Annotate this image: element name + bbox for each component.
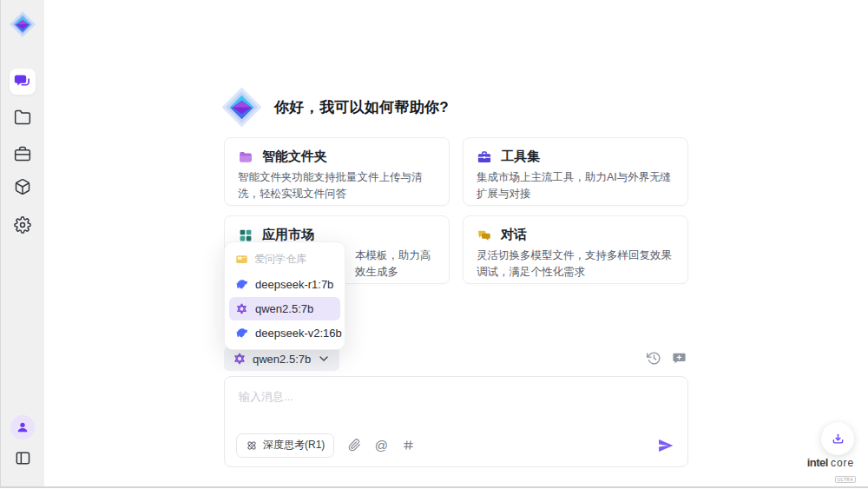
app-market-grid-icon [238, 228, 253, 243]
ultra-badge: ultra [835, 476, 857, 483]
gear-icon [14, 216, 31, 234]
panel-toggle-icon [14, 449, 31, 466]
window-bottom-edge [0, 486, 868, 488]
paperclip-icon [348, 438, 361, 453]
intel-logo: intel core ultra [804, 456, 858, 485]
model-option-label: deepseek-v2:16b [255, 327, 342, 340]
sidebar-item-models[interactable] [10, 174, 36, 200]
model-selector-row: qwen2.5:7b [224, 347, 688, 371]
sidebar-item-settings[interactable] [10, 212, 36, 238]
card-title: 对话 [501, 227, 527, 243]
send-icon[interactable] [657, 437, 674, 454]
card-smart-folder[interactable]: 智能文件夹 智能文件夹功能支持批量文件上传与清洗，轻松实现文件问答 [224, 137, 450, 206]
repo-icon [235, 253, 248, 266]
card-desc: 集成市场上主流工具，助力AI与外界无缝扩展与对接 [477, 169, 674, 203]
core-word: core [831, 457, 854, 469]
chevron-down-icon [317, 352, 331, 366]
model-option-qwen[interactable]: qwen2.5:7b [229, 297, 340, 320]
download-icon [830, 431, 846, 447]
selected-model-label: qwen2.5:7b [253, 353, 311, 366]
model-group-header: 爱问学仓库 [229, 247, 340, 272]
toolset-briefcase-icon [477, 149, 492, 165]
app-logo-icon [9, 10, 36, 38]
sidebar-item-folders[interactable] [10, 104, 36, 130]
sidebar [0, 0, 44, 486]
panel-toggle[interactable] [10, 445, 36, 471]
model-group-label: 爱问学仓库 [254, 252, 306, 267]
card-toolset[interactable]: 工具集 集成市场上主流工具，助力AI与外界无缝扩展与对接 [463, 137, 688, 206]
intel-word: intel [807, 456, 828, 469]
model-dropdown: 爱问学仓库 deepseek-r1:7b qwen2.5:7b deepseek… [224, 241, 345, 350]
sidebar-item-toolbox[interactable] [10, 141, 36, 167]
mention-button[interactable]: @ [374, 438, 388, 453]
model-option-deepseek-r1[interactable]: deepseek-r1:7b [229, 273, 340, 296]
card-desc: 智能文件夹功能支持批量文件上传与清洗，轻松实现文件问答 [238, 169, 436, 203]
card-desc: 灵活切换多模型文件，支持多样回复效果调试，满足个性化需求 [477, 248, 674, 281]
qwen-icon [235, 302, 248, 315]
new-chat-icon[interactable] [672, 351, 687, 366]
greeting: 你好，我可以如何帮助你? [220, 86, 449, 129]
message-input[interactable] [237, 387, 675, 433]
card-dialogue[interactable]: 对话 灵活切换多模型文件，支持多样回复效果调试，满足个性化需求 [463, 215, 688, 284]
model-option-label: qwen2.5:7b [255, 302, 313, 315]
atom-icon [246, 439, 258, 452]
attach-button[interactable] [347, 438, 361, 453]
cube-icon [14, 178, 31, 195]
at-icon: @ [375, 439, 388, 452]
prompt-library-button[interactable] [401, 438, 415, 453]
dialogue-chat-icon [477, 228, 492, 243]
model-option-label: deepseek-r1:7b [255, 278, 333, 291]
main-content: 你好，我可以如何帮助你? 智能文件夹 智能文件夹功能支持批量文件上传与清洗，轻松… [224, 0, 688, 489]
deepseek-icon [235, 278, 248, 291]
hash-icon [402, 439, 415, 452]
deep-think-label: 深度思考(R1) [263, 438, 325, 453]
deep-think-button[interactable]: 深度思考(R1) [236, 433, 334, 458]
chat-icon [14, 73, 31, 90]
greeting-logo-icon [220, 86, 263, 129]
composer: 深度思考(R1) @ [224, 376, 688, 467]
model-selector[interactable]: qwen2.5:7b [224, 347, 339, 371]
user-avatar[interactable] [10, 415, 35, 439]
card-title: 工具集 [501, 149, 540, 165]
page-title: 你好，我可以如何帮助你? [274, 97, 449, 117]
qwen-icon [233, 352, 247, 366]
history-icon[interactable] [647, 351, 661, 366]
smart-folder-icon [238, 149, 253, 165]
deepseek-icon [235, 327, 248, 340]
card-title: 智能文件夹 [262, 149, 327, 165]
briefcase-icon [14, 145, 31, 162]
user-icon [16, 420, 30, 434]
folder-icon [14, 109, 31, 126]
model-option-deepseek-v2[interactable]: deepseek-v2:16b [229, 321, 340, 345]
download-button[interactable] [821, 422, 854, 455]
sidebar-item-chat[interactable] [10, 69, 36, 95]
